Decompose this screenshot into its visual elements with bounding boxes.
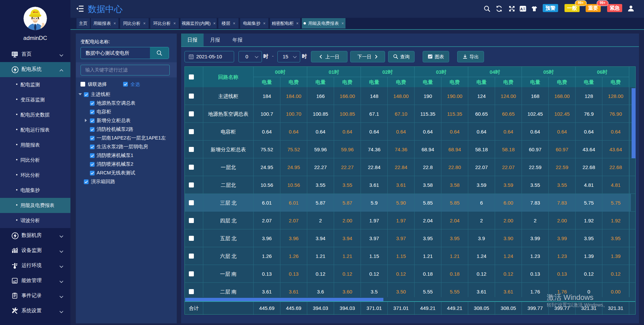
- svg-text:文: 文: [523, 7, 526, 10]
- svg-text:Acrel: Acrel: [34, 11, 38, 13]
